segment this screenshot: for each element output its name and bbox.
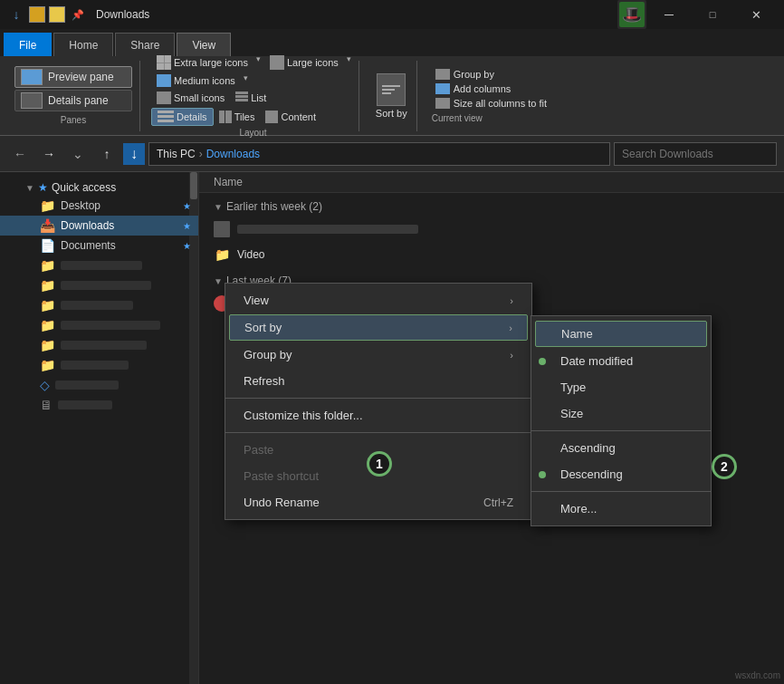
ctx-item-sort-by[interactable]: Sort by ›: [229, 314, 528, 341]
content-button[interactable]: Content: [260, 108, 321, 126]
pin-icon[interactable]: 📌: [69, 5, 87, 24]
undo-rename-shortcut: Ctrl+Z: [483, 496, 513, 509]
ctx-item-group-by[interactable]: Group by ›: [225, 342, 531, 368]
medium-icons-button[interactable]: Medium icons: [151, 72, 241, 89]
downloads-nav-icon: ↓: [123, 143, 145, 165]
sidebar-item-blurred-1[interactable]: 📁: [0, 255, 198, 275]
save-icon[interactable]: [29, 6, 45, 23]
preview-pane-button[interactable]: Preview pane: [14, 66, 132, 88]
file-icon-blurred: [214, 221, 230, 237]
back-arrow-icon[interactable]: ↓: [7, 5, 25, 24]
panes-group-label: Panes: [61, 115, 86, 125]
large-icons-button[interactable]: Large icons: [264, 53, 344, 72]
ctx-item-undo-rename[interactable]: Undo Rename Ctrl+Z: [225, 489, 531, 515]
tab-home[interactable]: Home: [53, 33, 113, 56]
this-pc-label: [58, 400, 112, 409]
current-view-group: Group by Add columns Size all columns to…: [425, 61, 558, 131]
tab-file[interactable]: File: [4, 33, 52, 56]
list-button[interactable]: List: [230, 90, 272, 106]
add-columns-button[interactable]: Add columns: [432, 82, 550, 95]
titlebar-icons: ↓ 📌: [7, 5, 87, 24]
path-downloads[interactable]: Downloads: [206, 148, 260, 160]
sidebar-item-blurred-2[interactable]: 📁: [0, 275, 198, 295]
search-input[interactable]: [614, 142, 777, 166]
ctx-chevron-sort: ›: [509, 323, 512, 333]
recent-locations-button[interactable]: ⌄: [65, 141, 91, 167]
ctx-chevron-view: ›: [510, 295, 513, 306]
sidebar-item-dropbox[interactable]: ◇: [0, 375, 198, 395]
forward-button[interactable]: →: [36, 141, 62, 167]
sub-ctx-more[interactable]: More...: [531, 496, 711, 522]
size-columns-icon: [435, 98, 450, 109]
blurred-label-5: [61, 341, 147, 350]
blurred-folder-icon-4: 📁: [40, 318, 55, 332]
sub-ctx-type[interactable]: Type: [531, 374, 711, 400]
minimize-button[interactable]: ─: [648, 0, 690, 29]
sidebar-item-blurred-5[interactable]: 📁: [0, 335, 198, 355]
group-chevron-earlier: ▼: [214, 202, 223, 212]
layout-section: Extra large icons ▾ Large icons ▾ Medium…: [151, 53, 355, 106]
address-bar[interactable]: This PC › Downloads: [148, 142, 610, 166]
medium-expand[interactable]: ▾: [241, 72, 252, 83]
sort-by-group: Sort by: [367, 61, 417, 131]
quick-access-label: ▼ ★ Quick access: [0, 176, 198, 196]
sub-ctx-descending[interactable]: Descending: [531, 461, 711, 487]
context-menu: View › Sort by › Group by › Refresh Cust…: [225, 283, 532, 520]
details-pane-icon: [21, 92, 43, 109]
back-button[interactable]: ←: [7, 141, 33, 167]
size-all-columns-button[interactable]: Size all columns to fit: [432, 97, 550, 110]
add-columns-icon: [435, 83, 450, 94]
sidebar-item-desktop[interactable]: 📁 Desktop ★: [0, 196, 198, 216]
close-button[interactable]: ✕: [735, 0, 777, 29]
blurred-folder-icon-1: 📁: [40, 258, 55, 273]
blurred-label-3: [61, 301, 133, 310]
ribbon-tabs: File Home Share View: [0, 29, 784, 56]
sub-ctx-ascending[interactable]: Ascending: [531, 435, 711, 461]
large-expand[interactable]: ▾: [344, 53, 355, 64]
details-button[interactable]: Details: [151, 108, 214, 126]
ctx-item-customize[interactable]: Customize this folder...: [225, 402, 531, 429]
file-item-blurred[interactable]: [199, 217, 784, 242]
dropbox-label: [55, 381, 119, 390]
sidebar-item-downloads[interactable]: 📥 Downloads ★: [0, 216, 198, 236]
sort-by-button[interactable]: Sort by: [376, 73, 407, 119]
blurred-folder-icon-6: 📁: [40, 358, 55, 372]
group-header-earlier[interactable]: ▼ Earlier this week (2): [199, 193, 784, 217]
extra-large-icons-button[interactable]: Extra large icons: [151, 53, 253, 72]
window-title: Downloads: [96, 8, 149, 21]
dropbox-icon: ◇: [40, 378, 50, 392]
ctx-divider-2: [225, 432, 531, 433]
details-icon: [158, 111, 174, 123]
folder-icon[interactable]: [49, 6, 65, 23]
ctx-item-refresh[interactable]: Refresh: [225, 368, 531, 394]
extra-large-expand[interactable]: ▾: [253, 53, 264, 64]
documents-folder-icon: 📄: [40, 238, 55, 253]
sidebar-item-documents[interactable]: 📄 Documents ★: [0, 236, 198, 255]
sub-ctx-name[interactable]: Name: [535, 321, 707, 347]
star-icon: ★: [183, 201, 191, 211]
dot-date-modified: [539, 358, 546, 365]
sub-ctx-size[interactable]: Size: [531, 400, 711, 427]
maximize-button[interactable]: □: [692, 0, 733, 29]
this-pc-icon: 🖥: [40, 398, 53, 412]
sidebar-item-blurred-6[interactable]: 📁: [0, 355, 198, 375]
ctx-item-view[interactable]: View ›: [225, 287, 531, 313]
sidebar-item-this-pc[interactable]: 🖥: [0, 395, 198, 415]
preview-pane-icon: [21, 69, 43, 85]
group-by-button[interactable]: Group by: [432, 68, 550, 81]
panes-group: Preview pane Details pane Panes: [7, 61, 140, 131]
sub-ctx-date-modified[interactable]: Date modified: [531, 348, 711, 374]
tiles-button[interactable]: Tiles: [214, 108, 261, 126]
annotation-1: 1: [367, 451, 392, 477]
up-button[interactable]: ↑: [94, 141, 120, 167]
file-item-video[interactable]: 📁 Video: [199, 242, 784, 267]
annotation-2: 2: [712, 454, 737, 479]
sidebar-item-blurred-4[interactable]: 📁: [0, 315, 198, 335]
details-pane-button[interactable]: Details pane: [14, 90, 132, 111]
small-icons-button[interactable]: Small icons: [151, 90, 230, 106]
path-this-pc[interactable]: This PC: [157, 148, 196, 160]
ctx-chevron-group: ›: [510, 350, 513, 361]
layout-row-3: Small icons List: [151, 90, 355, 106]
sidebar-item-blurred-3[interactable]: 📁: [0, 295, 198, 315]
sub-ctx-divider-2: [531, 491, 711, 492]
